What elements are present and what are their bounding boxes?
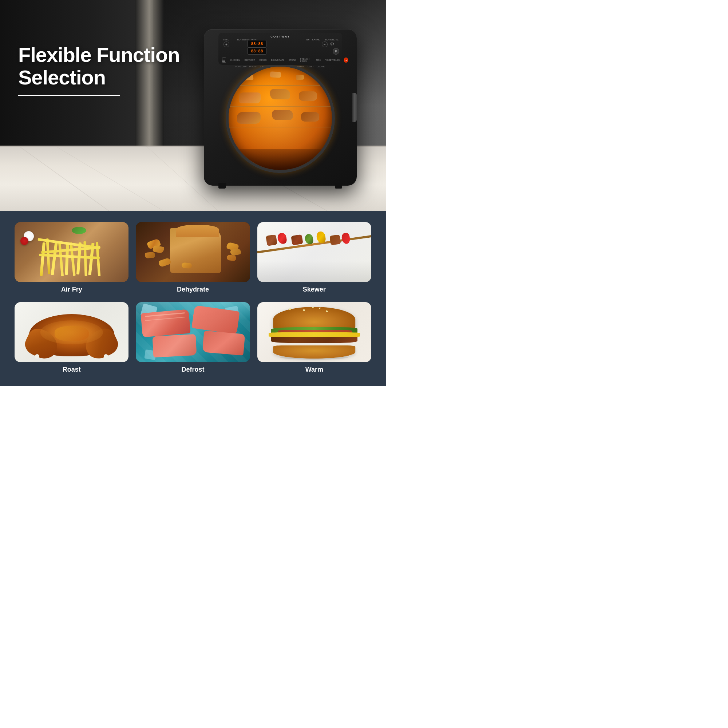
oven-product: COSTWAY TIME BOTTOM-HEATING TOP HEATING … xyxy=(204,29,357,186)
menu-icon[interactable] xyxy=(222,58,226,63)
control-panel: COSTWAY TIME BOTTOM-HEATING TOP HEATING … xyxy=(219,33,342,65)
heading-line1: Flexible Function xyxy=(18,43,179,66)
food-bottom-2 xyxy=(272,110,293,120)
food-card-warm: Warm xyxy=(257,302,371,375)
minus-button[interactable]: − xyxy=(322,41,327,47)
food-functions-section: Air Fry xyxy=(0,211,386,386)
foot-right xyxy=(335,183,342,188)
rotisserie-label: ROTISSERIE xyxy=(326,38,338,41)
warm-label: Warm xyxy=(305,366,323,375)
food-grid: Air Fry xyxy=(15,222,371,375)
rack-3 xyxy=(229,127,332,127)
settings-icon[interactable]: ⚙ xyxy=(330,41,334,47)
skewer-image xyxy=(257,222,371,282)
dehydrate-image xyxy=(136,222,250,282)
defrost-label: Defrost xyxy=(181,366,204,375)
function-steak: STEAK xyxy=(289,59,296,61)
roast-image xyxy=(15,302,128,362)
function-dehydrate: DEHYDRATE xyxy=(271,59,284,61)
heading-underline xyxy=(18,95,120,96)
brand-label: COSTWAY xyxy=(271,35,290,38)
rack-1 xyxy=(229,85,332,86)
food-chicken-2 xyxy=(270,89,290,99)
preset-icon[interactable]: P xyxy=(333,48,339,55)
food-bottom-1 xyxy=(237,112,261,124)
food-card-defrost: Defrost xyxy=(136,302,250,375)
food-card-skewer: Skewer xyxy=(257,222,371,295)
drip-pan xyxy=(229,149,332,170)
svg-line-1 xyxy=(55,145,164,211)
dehydrate-label: Dehydrate xyxy=(177,286,209,295)
time-display: 88:88 xyxy=(248,40,266,47)
food-bottom-3 xyxy=(301,112,319,122)
power-button[interactable] xyxy=(344,58,348,63)
temp-button[interactable]: + xyxy=(223,41,229,47)
heading-container: Flexible Function Selection xyxy=(18,44,179,96)
food-card-roast: Roast xyxy=(15,302,128,375)
svg-line-0 xyxy=(18,145,109,211)
foot-left xyxy=(219,183,226,188)
defrost-image xyxy=(136,302,250,362)
temp-display: 88:88 xyxy=(248,47,266,55)
skewer-label: Skewer xyxy=(303,286,326,295)
food-chicken-1 xyxy=(239,92,261,103)
food-piece-1 xyxy=(244,75,253,80)
food-card-air-fry: Air Fry xyxy=(15,222,128,295)
function-fish: FISH xyxy=(316,59,321,61)
rack-2 xyxy=(229,106,332,107)
food-card-dehydrate: Dehydrate xyxy=(136,222,250,295)
function-fries: FRENCH FRIES xyxy=(300,58,312,62)
heading-line2: Selection xyxy=(18,66,106,89)
roast-label: Roast xyxy=(63,366,81,375)
heading-text: Flexible Function Selection xyxy=(18,44,179,89)
door-handle xyxy=(352,93,357,122)
air-fry-label: Air Fry xyxy=(61,286,82,295)
menu-icons: CHICKEN DEFROST WINGS DEHYDRATE STEAK FR… xyxy=(222,58,348,63)
oven-window xyxy=(226,64,335,173)
oven-body: COSTWAY TIME BOTTOM-HEATING TOP HEATING … xyxy=(204,29,357,186)
top-heat-label: TOP HEATING xyxy=(306,38,320,41)
food-piece-3 xyxy=(295,75,304,80)
warm-image xyxy=(257,302,371,362)
function-chicken: CHICKEN xyxy=(230,59,240,61)
food-piece-2 xyxy=(270,71,281,78)
function-wings: WINGS xyxy=(259,59,266,61)
function-defrost: DEFROST xyxy=(245,59,255,61)
time-label: TIME xyxy=(223,38,229,41)
food-chicken-3 xyxy=(299,91,317,101)
air-fry-image xyxy=(15,222,128,282)
function-veg: VEGETABLES xyxy=(326,59,340,61)
hero-section: Flexible Function Selection COSTWAY TIME… xyxy=(0,0,386,211)
